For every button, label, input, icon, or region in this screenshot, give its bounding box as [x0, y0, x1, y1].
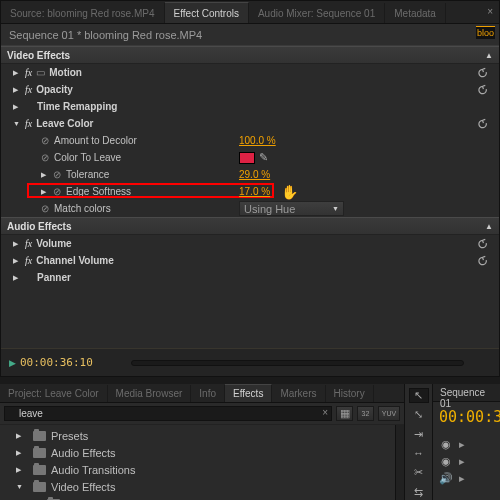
effect-motion[interactable]: ▶ fx ▭ Motion [1, 64, 499, 81]
prop-value[interactable]: 29.0 % [239, 169, 270, 180]
slip-tool[interactable]: ⇆ [409, 484, 429, 499]
clip-title: Sequence 01 * blooming Red rose.MP4 [9, 29, 202, 41]
timeline-tab[interactable]: Sequence 01 [433, 384, 500, 402]
track-label: ▸ [459, 455, 465, 468]
fx-icon: fx [25, 255, 32, 266]
new-bin-button[interactable]: ▦ [336, 406, 353, 421]
zoom-slider[interactable] [131, 360, 464, 366]
disclosure-icon[interactable]: ▶ [16, 432, 24, 440]
prop-value[interactable]: 100.0 % [239, 135, 276, 146]
effect-label: Opacity [36, 84, 73, 95]
audio-track[interactable]: 🔊▸ [433, 470, 500, 487]
tab-info[interactable]: Info [191, 385, 225, 402]
disclosure-icon[interactable]: ▶ [13, 257, 21, 265]
tab-metadata[interactable]: Metadata [385, 3, 446, 23]
eyedropper-icon[interactable]: ✎ [259, 151, 268, 164]
effect-panner[interactable]: ▶ Panner [1, 269, 499, 286]
tree-video-effects[interactable]: ▼Video Effects [6, 478, 389, 495]
tab-audio-mixer[interactable]: Audio Mixer: Sequence 01 [249, 3, 385, 23]
tab-source[interactable]: Source: blooming Red rose.MP4 [1, 3, 165, 23]
reset-button[interactable] [476, 118, 489, 130]
rate-stretch-tool[interactable]: ↔ [409, 446, 429, 461]
section-label: Video Effects [7, 50, 70, 61]
effect-opacity[interactable]: ▶ fx Opacity [1, 81, 499, 98]
keyframe-toggle-icon[interactable]: ⊘ [53, 169, 61, 180]
disclosure-icon[interactable]: ▶ [16, 449, 24, 457]
effects-search-row: 🔍 × ▦ 32 YUV [0, 403, 404, 425]
prop-value[interactable]: 17.0 % [239, 186, 270, 197]
reset-button[interactable] [476, 84, 489, 96]
dropdown-value: Using Hue [244, 203, 295, 215]
current-timecode[interactable]: 00:00:36:10 [20, 356, 93, 369]
keyframe-toggle-icon[interactable]: ⊘ [41, 152, 49, 163]
selection-tool[interactable]: ↖ [409, 388, 429, 403]
effects-search-input[interactable] [4, 406, 332, 421]
fx-icon: fx [25, 118, 32, 129]
timeline-timecode[interactable]: 00:00:3 [433, 402, 500, 426]
cursor-icon: ✋ [281, 184, 298, 200]
tab-markers[interactable]: Markers [272, 385, 325, 402]
prop-amount-to-decolor[interactable]: ⊘ Amount to Decolor 100.0 % [1, 132, 499, 149]
effect-time-remapping[interactable]: ▶ Time Remapping [1, 98, 499, 115]
tab-media-browser[interactable]: Media Browser [108, 385, 192, 402]
effect-leave-color[interactable]: ▼ fx Leave Color [1, 115, 499, 132]
disclosure-icon[interactable]: ▶ [41, 188, 49, 196]
disclosure-icon[interactable]: ▼ [16, 483, 24, 490]
video-track[interactable]: ◉▸ [433, 436, 500, 453]
accelerated-filter-button[interactable]: 32 [357, 406, 374, 421]
keyframe-toggle-icon[interactable]: ⊘ [53, 186, 61, 197]
reset-button[interactable] [476, 67, 489, 79]
eye-icon[interactable]: ◉ [439, 438, 453, 451]
tab-effects[interactable]: Effects [225, 384, 272, 402]
prop-label: Edge Softness [66, 186, 131, 197]
disclosure-icon[interactable]: ▶ [16, 466, 24, 474]
keyframe-toggle-icon[interactable]: ⊘ [41, 135, 49, 146]
tab-effect-controls[interactable]: Effect Controls [165, 2, 249, 23]
video-effects-rows: ▶ fx ▭ Motion ▶ fx Opacity ▶ Time Remapp… [1, 64, 499, 217]
speaker-icon[interactable]: 🔊 [439, 472, 453, 485]
video-track[interactable]: ◉▸ [433, 453, 500, 470]
disclosure-icon[interactable]: ▶ [13, 274, 21, 282]
yuv-filter-button[interactable]: YUV [378, 406, 400, 421]
tab-history[interactable]: History [326, 385, 374, 402]
tree-presets[interactable]: ▶Presets [6, 427, 389, 444]
tab-project[interactable]: Project: Leave Color [0, 385, 108, 402]
prop-edge-softness[interactable]: ▶ ⊘ Edge Softness 17.0 % ✋ [1, 183, 499, 200]
effect-controls-timebar: ▶ 00:00:36:10 [1, 348, 499, 376]
close-icon[interactable]: × [487, 6, 493, 17]
timeline-panel: Sequence 01 00:00:3 ◉▸ ◉▸ 🔊▸ [433, 384, 500, 500]
color-swatch[interactable] [239, 152, 255, 164]
fx-icon: fx [25, 84, 32, 95]
section-label: Audio Effects [7, 221, 71, 232]
clear-search-icon[interactable]: × [322, 407, 328, 418]
eye-icon[interactable]: ◉ [439, 455, 453, 468]
tree-audio-transitions[interactable]: ▶Audio Transitions [6, 461, 389, 478]
effect-volume[interactable]: ▶ fx Volume [1, 235, 499, 252]
section-audio-effects[interactable]: Audio Effects ▲ [1, 217, 499, 235]
track-select-tool[interactable]: ⤡ [409, 407, 429, 422]
tree-audio-effects[interactable]: ▶Audio Effects [6, 444, 389, 461]
reset-button[interactable] [476, 255, 489, 267]
collapse-icon: ▲ [485, 51, 493, 60]
disclosure-icon[interactable]: ▶ [13, 240, 21, 248]
disclosure-icon[interactable]: ▶ [13, 69, 21, 77]
ripple-edit-tool[interactable]: ⇥ [409, 427, 429, 442]
prop-tolerance[interactable]: ▶ ⊘ Tolerance 29.0 % [1, 166, 499, 183]
effect-channel-volume[interactable]: ▶ fx Channel Volume [1, 252, 499, 269]
effect-label: Panner [37, 272, 71, 283]
prop-match-colors[interactable]: ⊘ Match colors Using Hue ▼ [1, 200, 499, 217]
disclosure-icon[interactable]: ▼ [13, 120, 21, 127]
tree-color-correction[interactable]: ▼Color Correction [6, 495, 389, 500]
disclosure-icon[interactable]: ▶ [13, 86, 21, 94]
tree-scrollbar[interactable] [395, 425, 404, 500]
disclosure-icon[interactable]: ▶ [41, 171, 49, 179]
section-video-effects[interactable]: Video Effects ▲ [1, 46, 499, 64]
reset-button[interactable] [476, 238, 489, 250]
effect-label: Motion [49, 67, 82, 78]
disclosure-icon[interactable]: ▶ [13, 103, 21, 111]
prop-color-to-leave[interactable]: ⊘ Color To Leave ✎ [1, 149, 499, 166]
clip-header: Sequence 01 * blooming Red rose.MP4 bloo [1, 24, 499, 46]
keyframe-toggle-icon[interactable]: ⊘ [41, 203, 49, 214]
match-colors-dropdown[interactable]: Using Hue ▼ [239, 201, 344, 216]
razor-tool[interactable]: ✂ [409, 465, 429, 480]
